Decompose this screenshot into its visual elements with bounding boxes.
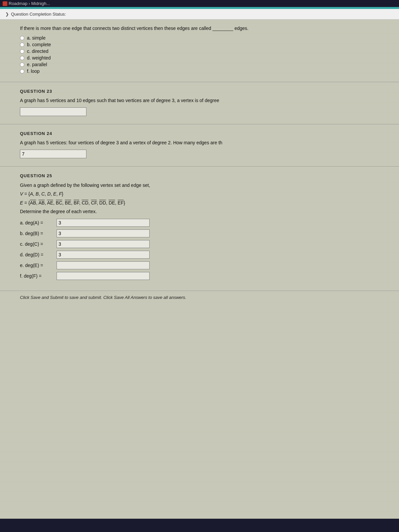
q24-label: QUESTION 24 — [20, 131, 379, 136]
q22-label-f: f. loop — [27, 68, 40, 74]
q25-deg-f-input[interactable] — [57, 272, 150, 280]
q22-label-c: c. directed — [27, 49, 49, 54]
q25-deg-f-row: f. deg(F) = — [20, 272, 379, 280]
q22-label-d: d. weighted — [27, 55, 51, 61]
q25-intro: Given a graph defined by the following v… — [20, 182, 379, 189]
question-25-block: QUESTION 25 Given a graph defined by the… — [0, 167, 399, 291]
app-icon — [3, 1, 7, 6]
q22-label-e: e. parallel — [27, 62, 47, 67]
q24-text: A graph has 5 vertices: four vertices of… — [20, 139, 379, 146]
q25-deg-f-label: f. deg(F) = — [20, 273, 57, 279]
q22-radio-b[interactable] — [20, 43, 24, 47]
footer-text: Click Save and Submit to save and submit… — [20, 295, 186, 300]
q22-radio-a[interactable] — [20, 36, 24, 40]
q25-label: QUESTION 25 — [20, 173, 379, 178]
q25-deg-b-input[interactable] — [57, 229, 150, 237]
q22-radio-d[interactable] — [20, 56, 24, 60]
q23-text: A graph has 5 vertices and 10 edges such… — [20, 97, 379, 104]
q22-option-d[interactable]: d. weighted — [20, 55, 379, 61]
q25-deg-c-label: c. deg(C) = — [20, 241, 57, 247]
q23-answer-input[interactable] — [20, 107, 86, 116]
main-content: If there is more than one edge that conn… — [0, 20, 399, 532]
q22-option-f[interactable]: f. loop — [20, 68, 379, 74]
question-22-block: If there is more than one edge that conn… — [0, 20, 399, 82]
q25-deg-d-label: d. deg(D) = — [20, 252, 57, 257]
q22-option-e[interactable]: e. parallel — [20, 62, 379, 67]
q25-vertex-set: V = {A, B, C, D, E, F} — [20, 190, 379, 198]
q25-deg-b-row: b. deg(B) = — [20, 229, 379, 237]
q22-intro-text: If there is more than one edge that conn… — [20, 25, 379, 32]
q22-option-b[interactable]: b. complete — [20, 42, 379, 47]
q25-deg-a-row: a. deg(A) = — [20, 219, 379, 227]
title-text: Roadmap › Midnigh... — [9, 1, 50, 6]
question-23-block: QUESTION 23 A graph has 5 vertices and 1… — [0, 82, 399, 124]
q22-radio-c[interactable] — [20, 49, 24, 54]
q25-deg-d-input[interactable] — [57, 251, 150, 259]
q22-option-a[interactable]: a. simple — [20, 35, 379, 41]
q25-deg-c-row: c. deg(C) = — [20, 240, 379, 248]
q22-radio-e[interactable] — [20, 63, 24, 67]
q25-deg-e-input[interactable] — [57, 261, 150, 269]
q25-deg-d-row: d. deg(D) = — [20, 251, 379, 259]
q22-options: a. simple b. complete c. directed d. wei… — [20, 35, 379, 74]
completion-label: Question Completion Status: — [11, 12, 66, 17]
q25-instruction: Determine the degree of each vertex. — [20, 208, 379, 215]
q25-deg-e-row: e. deg(E) = — [20, 261, 379, 269]
q25-deg-a-input[interactable] — [57, 219, 150, 227]
q25-deg-b-label: b. deg(B) = — [20, 231, 57, 236]
q22-label-b: b. complete — [27, 42, 51, 47]
q22-label-a: a. simple — [27, 35, 46, 41]
q25-deg-c-input[interactable] — [57, 240, 150, 248]
q25-deg-a-label: a. deg(A) = — [20, 220, 57, 225]
title-bar: Roadmap › Midnigh... — [0, 0, 399, 7]
completion-status-bar: ❯ Question Completion Status: — [0, 9, 399, 20]
bottom-taskbar — [0, 519, 399, 532]
q24-answer-input[interactable] — [20, 150, 86, 158]
q25-deg-e-label: e. deg(E) = — [20, 263, 57, 268]
collapse-arrow[interactable]: ❯ — [5, 12, 9, 17]
q25-edge-set: E = {AB, AB, AE, BC, BE, BF, CD, CF, DD,… — [20, 199, 379, 206]
question-24-block: QUESTION 24 A graph has 5 vertices: four… — [0, 124, 399, 167]
footer-note: Click Save and Submit to save and submit… — [0, 291, 399, 304]
q22-radio-f[interactable] — [20, 69, 24, 73]
q23-label: QUESTION 23 — [20, 89, 379, 94]
q22-option-c[interactable]: c. directed — [20, 49, 379, 54]
